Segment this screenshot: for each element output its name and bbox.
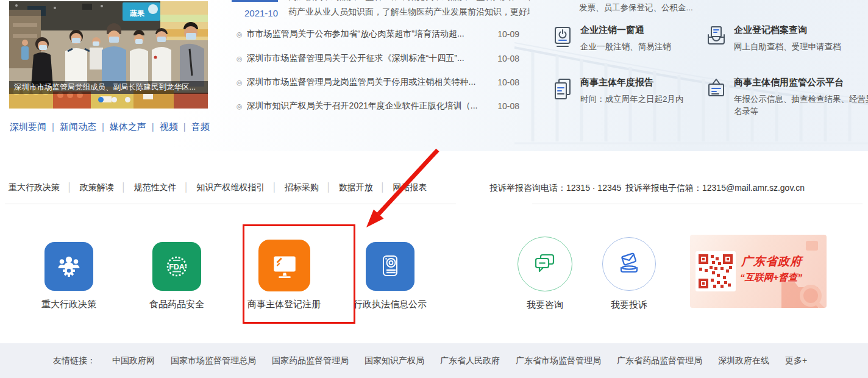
service-desc: 网上自助查档、受理申请查档 (734, 41, 868, 53)
tab-separator: | (183, 121, 186, 132)
footer-link-gd-samr[interactable]: 广东省市场监督管理局 (516, 355, 601, 366)
bridge-watermark (514, 0, 868, 151)
envelope-ballot-icon (616, 251, 642, 277)
people-gear-icon (54, 252, 84, 281)
news-item[interactable]: ◎ 深圳市市场监督管理局关于公开征求《深圳标准“十四五”... 10-08 (237, 52, 523, 65)
service-title[interactable]: 企业注销一窗通 (580, 24, 710, 36)
chat-bubbles-icon (532, 251, 558, 277)
carousel-dots (98, 97, 130, 102)
complaint-hotline: 投诉举报咨询电话：12315 · 12345 (489, 183, 621, 194)
friend-links-label: 友情链接： (53, 355, 96, 366)
fda-wreath-icon: FDA (162, 252, 191, 281)
bullet-icon: ◎ (237, 55, 243, 63)
news-date: 10-08 (497, 54, 523, 63)
nav-separator: │ (326, 182, 332, 192)
nav-ipr-guide[interactable]: 知识产权维权指引 (196, 182, 265, 192)
footer-links-bar: 友情链接： 中国政府网 国家市场监督管理总局 国家药品监督管理局 国家知识产权局… (0, 343, 868, 378)
service-desc: 年报公示信息、抽查检查结果、经营异常名录等 (734, 93, 868, 118)
tab-video[interactable]: 视频 (160, 121, 178, 132)
news-title[interactable]: 深圳市市场监督管理局关于公开征求《深圳标准“十四五”... (247, 53, 492, 64)
service-title[interactable]: 商事主体信用监管公示平台 (734, 77, 863, 88)
footer-link-gov-cn[interactable]: 中国政府网 (112, 355, 155, 366)
carousel-caption[interactable]: 深圳市市场监管局党组成员、副局长陈建民到龙华区... (9, 81, 208, 94)
news-date: 10-09 (497, 29, 523, 39)
email-address[interactable]: 12315@mail.amr.sz.gov.cn (702, 183, 805, 193)
footer-link-sz-online[interactable]: 深圳政府在线 (718, 355, 769, 366)
footer-link-samr[interactable]: 国家市场监督管理总局 (171, 355, 256, 366)
service-item-credit-platform[interactable]: 商事主体信用监管公示平台 年报公示信息、抽查检查结果、经营异常名录等 (707, 77, 863, 118)
tab-separator: | (52, 121, 54, 132)
footer-link-cnipa[interactable]: 国家知识产权局 (365, 355, 424, 366)
hotline-number: 12315 · 12345 (566, 183, 621, 193)
fda-badge-text: FDA (169, 263, 185, 271)
app-tile-major-decisions[interactable] (44, 242, 93, 291)
nav-separator: │ (272, 182, 277, 192)
footer-link-more[interactable]: 更多+ (785, 355, 807, 366)
news-carousel-photo[interactable]: 蔬果 (9, 1, 208, 109)
nav-separator: │ (67, 182, 73, 192)
qr-code (695, 251, 736, 291)
nav-bidding[interactable]: 招标采购 (285, 182, 319, 192)
produce-sign-text: 蔬果 (129, 9, 145, 18)
notice-board-icon (707, 78, 725, 101)
bullet-icon: ◎ (237, 79, 243, 87)
quick-nav: 重大行政决策│政策解读│规范性文件│知识产权维权指引│招标采购│数据开放│网站报… (9, 182, 427, 193)
banner-title: 广东省政府 (741, 254, 802, 269)
divider-left (5, 204, 456, 204)
carousel-dot[interactable] (125, 97, 130, 102)
hotline-label: 投诉举报咨询电话： (489, 183, 566, 193)
active-month-tab-underline (232, 0, 278, 2)
news-summary-clipped: 为加强我市药品安全监管工作，拓宽我市药品安全监管人员和生物医 药产业从业人员知识… (288, 0, 530, 20)
clipped-text-line: 为加强我市药品安全监管工作，拓宽我市药品安全监管人员和生物医 (288, 0, 530, 4)
banner-corner-decoration (805, 240, 820, 253)
banner-subtitle: “互联网+督查” (740, 271, 802, 284)
page: 蔬果 (0, 0, 868, 378)
news-item[interactable]: ◎ 深圳市知识产权局关于召开2021年度企业软件正版化培训（... 10-08 (237, 100, 523, 112)
consult-button[interactable] (518, 237, 572, 291)
complaint-button[interactable] (602, 237, 656, 291)
footer-link-gd-mpa[interactable]: 广东省药品监督管理局 (617, 355, 702, 366)
news-month-label[interactable]: 2021-10 (244, 8, 278, 18)
nav-open-data[interactable]: 数据开放 (339, 182, 373, 192)
email-label: 投诉举报电子信箱： (625, 183, 702, 193)
news-title[interactable]: 市市场监管局关于公布参加省“放心肉菜超市”培育活动超... (247, 29, 492, 40)
service-item-annual-report[interactable]: 商事主体年度报告 时间：成立周年之日起2月内 (553, 77, 710, 105)
carousel-dot[interactable] (98, 97, 104, 102)
service-item-archive-query[interactable]: 企业登记档案查询 网上自助查档、受理申请查档 (707, 24, 863, 53)
complaint-label[interactable]: 我要投诉 (574, 299, 684, 311)
nav-site-reports[interactable]: 网站报表 (393, 182, 427, 192)
footer-link-nmpa[interactable]: 国家药品监督管理局 (272, 355, 349, 366)
divider-right (532, 204, 863, 204)
tab-shenzhen-news[interactable]: 深圳要闻 (10, 121, 46, 132)
tab-audio[interactable]: 音频 (191, 121, 210, 132)
nav-separator: │ (121, 182, 127, 192)
tab-media-voice[interactable]: 媒体之声 (110, 121, 146, 132)
tab-separator: | (102, 121, 104, 132)
app-label-food-drug-safety[interactable]: 食品药品安全 (122, 299, 232, 310)
service-title[interactable]: 商事主体年度报告 (580, 77, 710, 88)
app-label-major-decisions[interactable]: 重大行政决策 (14, 299, 124, 310)
nav-separator: │ (380, 182, 386, 192)
tab-news-updates[interactable]: 新闻动态 (60, 121, 96, 132)
news-date: 10-08 (497, 101, 523, 111)
guangdong-supervision-banner[interactable]: 广东省政府 “互联网+督查” (690, 235, 827, 308)
news-title[interactable]: 深圳市市场监督管理局龙岗监管局关于停用或注销相关特种... (247, 77, 492, 88)
nav-policy-interpretation[interactable]: 政策解读 (80, 182, 114, 192)
app-tile-food-drug-safety[interactable]: FDA (152, 242, 201, 291)
news-date: 10-08 (497, 77, 523, 87)
archive-tray-icon (707, 26, 725, 49)
nav-normative-documents[interactable]: 规范性文件 (134, 182, 177, 192)
service-title[interactable]: 企业登记档案查询 (734, 24, 863, 36)
news-category-tabs: 深圳要闻|新闻动态|媒体之声|视频|音频 (10, 121, 210, 133)
nav-major-decisions[interactable]: 重大行政决策 (9, 182, 60, 192)
news-item[interactable]: ◎ 深圳市市场监督管理局龙岗监管局关于停用或注销相关特种... 10-08 (237, 76, 523, 88)
app-tile-law-enforcement-publicity[interactable] (366, 242, 414, 291)
news-item[interactable]: ◎ 市市场监管局关于公布参加省“放心肉菜超市”培育活动超... 10-09 (237, 28, 523, 40)
tab-separator: | (152, 121, 154, 132)
carousel-dot[interactable] (112, 97, 117, 102)
service-item-deregistration[interactable]: 企业注销一窗通 企业一般注销、简易注销 (553, 24, 710, 53)
footer-link-gd-gov[interactable]: 广东省人民政府 (440, 355, 500, 366)
news-title[interactable]: 深圳市知识产权局关于召开2021年度企业软件正版化培训（... (247, 101, 492, 112)
power-document-icon (553, 26, 572, 49)
nav-separator: │ (184, 182, 190, 192)
